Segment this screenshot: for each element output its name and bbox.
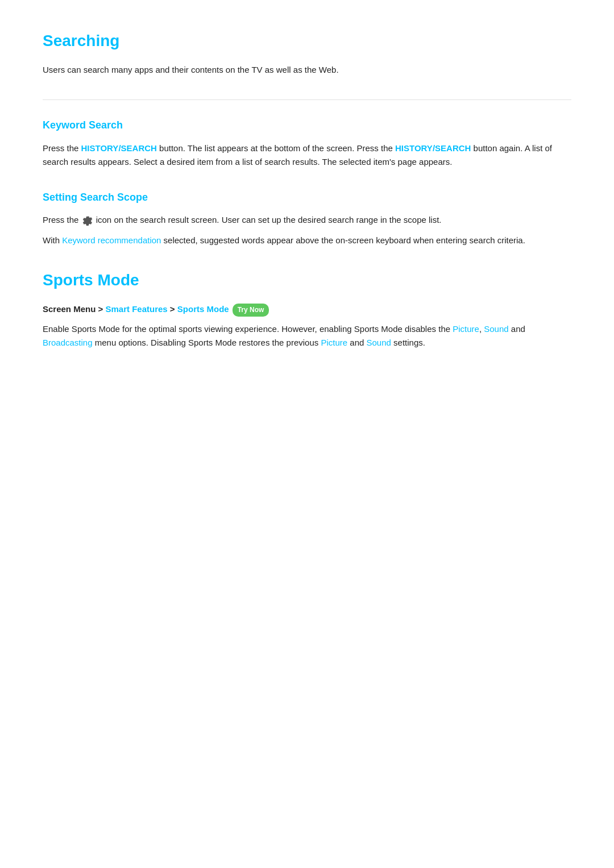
searching-intro: Users can search many apps and their con… [43,63,571,77]
divider-1 [43,99,571,100]
sm-text-3: and [509,324,525,334]
picture-link-1[interactable]: Picture [453,324,479,334]
setting-search-scope-title: Setting Search Scope [43,189,571,206]
try-now-badge[interactable]: Try Now [233,304,269,317]
kr-text-2: selected, suggested words appear above t… [161,235,525,245]
sm-text-2: , [479,324,484,334]
searching-title: Searching [43,28,571,54]
keyword-search-body: Press the HISTORY/SEARCH button. The lis… [43,142,571,169]
sports-mode-title: Sports Mode [43,268,571,293]
setting-search-scope-body: Press the icon on the search result scre… [43,213,571,227]
setting-search-scope-section: Setting Search Scope Press the icon on t… [43,189,571,248]
sports-mode-breadcrumb: Screen Menu > Smart Features > Sports Mo… [43,302,571,317]
keyword-rec-body: With Keyword recommendation selected, su… [43,234,571,247]
sm-text-5: and [347,338,366,347]
sports-mode-section: Sports Mode Screen Menu > Smart Features… [43,268,571,349]
sm-text-4: menu options. Disabling Sports Mode rest… [93,338,321,347]
ks-text-1: Press the [43,143,81,153]
keyword-search-title: Keyword Search [43,117,571,134]
sss-text-1: Press the [43,215,81,225]
keyword-recommendation-link[interactable]: Keyword recommendation [62,235,161,245]
sm-text-1: Enable Sports Mode for the optimal sport… [43,324,453,334]
picture-link-2[interactable]: Picture [321,338,347,347]
keyword-search-section: Keyword Search Press the HISTORY/SEARCH … [43,117,571,169]
gear-icon [82,215,93,226]
ks-text-2: button. The list appears at the bottom o… [157,143,395,153]
breadcrumb-prefix: Screen Menu > [43,304,105,314]
kr-text-1: With [43,235,62,245]
sports-mode-body: Enable Sports Mode for the optimal sport… [43,322,571,350]
sound-link-1[interactable]: Sound [484,324,508,334]
history-search-link-1[interactable]: HISTORY/SEARCH [81,143,157,153]
history-search-link-2[interactable]: HISTORY/SEARCH [395,143,471,153]
broadcasting-link[interactable]: Broadcasting [43,338,93,347]
breadcrumb-sports-mode-link[interactable]: Sports Mode [177,304,229,314]
breadcrumb-smart-features-link[interactable]: Smart Features [105,304,167,314]
breadcrumb-middle: > [168,304,177,314]
sm-text-6: settings. [391,338,425,347]
sss-text-2: icon on the search result screen. User c… [94,215,442,225]
sound-link-2[interactable]: Sound [367,338,391,347]
